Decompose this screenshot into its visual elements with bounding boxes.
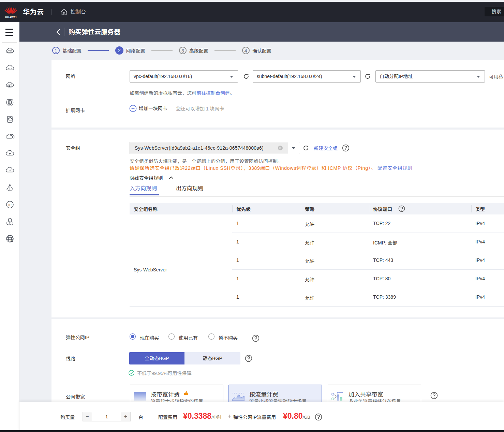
svg-text:W: W xyxy=(11,239,13,242)
svg-text:IP: IP xyxy=(9,203,12,207)
svg-text:HUAWEI: HUAWEI xyxy=(5,16,17,18)
